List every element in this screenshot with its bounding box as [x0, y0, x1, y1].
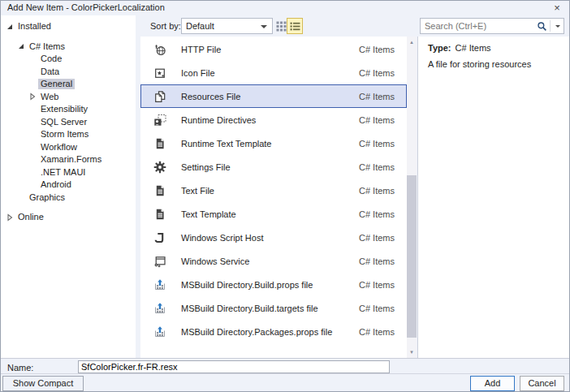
- template-item-resources-file[interactable]: Resources FileC# Items: [140, 84, 407, 108]
- template-type: C# Items: [359, 274, 395, 296]
- template-item-icon-file[interactable]: Icon FileC# Items: [140, 61, 407, 84]
- tree-item-label: Installed: [15, 21, 54, 32]
- name-input[interactable]: [78, 360, 390, 373]
- msbuild-icon: [153, 302, 166, 315]
- template-item-windows-script-host[interactable]: Windows Script HostC# Items: [140, 226, 407, 249]
- template-name: Runtime Text Template: [181, 132, 271, 155]
- msbuild-icon: [153, 325, 166, 338]
- template-type-line: Type:C# Items: [428, 43, 491, 53]
- template-item-runtime-text-template[interactable]: Runtime Text TemplateC# Items: [140, 131, 407, 155]
- tree-item-general[interactable]: General: [1, 78, 136, 91]
- tree-item-label: Data: [38, 67, 62, 77]
- add-new-item-dialog: Add New Item - ColorPickerLocalization ×…: [0, 0, 570, 392]
- tree-item-label: General: [38, 79, 75, 89]
- template-type: C# Items: [359, 156, 395, 179]
- tree-item-installed[interactable]: Installed: [1, 20, 136, 33]
- tree-item-label: Online: [15, 212, 46, 222]
- template-list-panel: HTTP FileC# ItemsIcon FileC# ItemsResour…: [140, 37, 417, 358]
- tree-item-android[interactable]: Android: [1, 179, 136, 192]
- template-type: C# Items: [359, 203, 395, 226]
- template-item-msbuild-directory-build-targets-file[interactable]: MSBuild Directory.Build.targets fileC# I…: [140, 296, 407, 320]
- tree-item-graphics[interactable]: Graphics: [1, 192, 136, 205]
- image-file-icon: [153, 67, 166, 80]
- template-item-text-file[interactable]: Text FileC# Items: [140, 179, 407, 202]
- collapsed-triangle-icon[interactable]: [27, 93, 38, 101]
- expanded-triangle-icon[interactable]: [4, 23, 15, 31]
- template-item-runtime-directives[interactable]: Runtime DirectivesC# Items: [140, 108, 407, 131]
- sort-by-dropdown[interactable]: Default: [181, 18, 273, 34]
- template-type: C# Items: [359, 297, 395, 320]
- template-type: C# Items: [359, 321, 395, 343]
- tree-item-label: C# Items: [27, 41, 67, 52]
- tree-item-online[interactable]: Online: [1, 211, 136, 224]
- tree-item-net-maui[interactable]: .NET MAUI: [1, 166, 136, 179]
- search-box: [420, 18, 564, 34]
- show-compact-view-button[interactable]: Show Compact View: [2, 376, 84, 391]
- vertical-scrollbar[interactable]: ▲ ▼: [407, 37, 417, 358]
- tree-item-label: Web: [38, 92, 61, 102]
- tree-item-sql-server[interactable]: SQL Server: [1, 116, 136, 129]
- collapsed-triangle-icon[interactable]: [4, 213, 15, 222]
- template-item-windows-service[interactable]: Windows ServiceC# Items: [140, 249, 407, 273]
- tree-item-workflow[interactable]: Workflow: [1, 141, 136, 154]
- template-name: Resources File: [181, 85, 240, 108]
- document-lines-icon: [153, 208, 166, 221]
- template-item-msbuild-directory-packages-props-file[interactable]: MSBuild Directory.Packages.props fileC# …: [140, 320, 407, 343]
- type-label: Type:: [428, 43, 451, 53]
- template-item-http-file[interactable]: HTTP FileC# Items: [140, 37, 407, 61]
- tree-item-data[interactable]: Data: [1, 66, 136, 79]
- close-icon[interactable]: ×: [545, 1, 569, 15]
- sort-by-label: Sort by:: [150, 21, 181, 31]
- template-name: Icon File: [181, 62, 215, 84]
- template-list: HTTP FileC# ItemsIcon FileC# ItemsResour…: [140, 37, 407, 343]
- search-input[interactable]: [423, 19, 538, 32]
- runtime-directives-icon: [153, 114, 166, 127]
- tree-item-label: Code: [38, 54, 64, 64]
- template-type: C# Items: [359, 109, 395, 131]
- document-lines-icon: [153, 184, 166, 197]
- tree-item-label: Graphics: [27, 192, 67, 203]
- template-item-text-template[interactable]: Text TemplateC# Items: [140, 202, 407, 226]
- window-title: Add New Item - ColorPickerLocalization: [7, 2, 165, 12]
- list-view-button[interactable]: [287, 18, 303, 34]
- template-name: Text Template: [181, 203, 236, 226]
- tree-item-label: Storm Items: [38, 129, 91, 140]
- template-type: C# Items: [359, 179, 395, 202]
- template-item-settings-file[interactable]: Settings FileC# Items: [140, 155, 407, 179]
- tree-item-web[interactable]: Web: [1, 91, 136, 104]
- details-panel: Type:C# Items A file for storing resourc…: [418, 37, 570, 358]
- list-view-icon: [290, 21, 300, 32]
- template-name: Text File: [181, 179, 214, 202]
- scrollbar-thumb[interactable]: [407, 175, 417, 338]
- expanded-triangle-icon[interactable]: [15, 42, 27, 50]
- cancel-button[interactable]: Cancel: [520, 376, 564, 391]
- tree-item-c-items[interactable]: C# Items: [1, 41, 136, 54]
- template-type: C# Items: [359, 132, 395, 155]
- search-icon[interactable]: [537, 21, 547, 32]
- tree-item-label: SQL Server: [38, 117, 89, 127]
- msbuild-icon: [153, 278, 166, 291]
- scroll-up-icon[interactable]: ▲: [407, 37, 417, 48]
- tree-item-xamarin-forms[interactable]: Xamarin.Forms: [1, 153, 136, 166]
- search-options-chevron-icon[interactable]: [555, 25, 560, 28]
- tree-item-code[interactable]: Code: [1, 53, 136, 66]
- buttons-divider: [1, 373, 570, 374]
- template-name: Runtime Directives: [181, 109, 256, 131]
- scroll-down-icon[interactable]: ▼: [407, 347, 417, 358]
- sort-by-value: Default: [186, 21, 214, 31]
- template-description: A file for storing resources: [428, 59, 531, 69]
- tree-item-extensibility[interactable]: Extensibility: [1, 103, 136, 116]
- template-item-msbuild-directory-build-props-file[interactable]: MSBuild Directory.Build.props fileC# Ite…: [140, 273, 407, 296]
- gear-icon: [153, 161, 166, 174]
- tree-item-storm-items[interactable]: Storm Items: [1, 128, 136, 141]
- template-type: C# Items: [359, 38, 395, 61]
- template-type: C# Items: [359, 85, 395, 108]
- chevron-down-icon: [261, 25, 267, 28]
- search-divider: [550, 20, 551, 32]
- tree-item-label: Android: [38, 179, 74, 190]
- footer-divider: [1, 358, 570, 359]
- template-name: MSBuild Directory.Build.targets file: [181, 297, 318, 320]
- add-button[interactable]: Add: [470, 376, 515, 391]
- globe-arrow-icon: [153, 43, 166, 56]
- template-name: MSBuild Directory.Packages.props file: [181, 321, 332, 343]
